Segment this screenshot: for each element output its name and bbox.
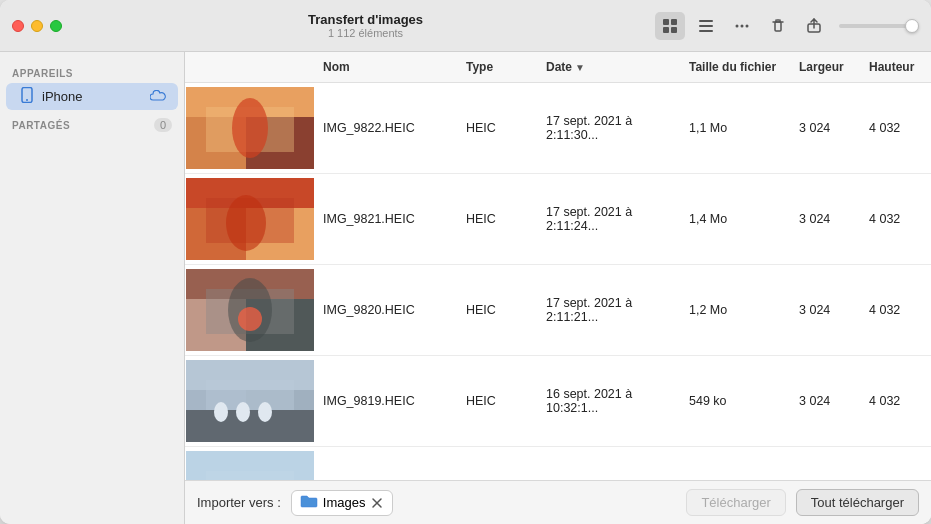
sidebar: APPAREILS iPhone PARTAGÉS 0: [0, 52, 185, 524]
zoom-slider[interactable]: [839, 24, 919, 28]
th-thumbnail: [185, 58, 315, 76]
cell-type: HEIC: [458, 390, 538, 412]
list-icon: [698, 18, 714, 34]
cell-size: 549 ko: [681, 390, 791, 412]
folder-picker[interactable]: Images: [291, 490, 394, 516]
th-width[interactable]: Largeur: [791, 58, 861, 76]
svg-point-30: [226, 195, 266, 251]
thumbnail-cell: [185, 174, 315, 264]
cell-name: IMG_9822.HEIC: [315, 117, 458, 139]
share-button[interactable]: [799, 12, 829, 40]
cell-size: 1,2 Mo: [681, 299, 791, 321]
content-area: Nom Type Date ▼ Taille du fichier Largeu…: [185, 52, 931, 524]
svg-point-18: [26, 99, 28, 101]
title-area: Transfert d'images 1 112 éléments: [76, 12, 655, 39]
svg-point-46: [236, 402, 250, 422]
toolbar-actions: [655, 12, 919, 40]
window-controls: [12, 20, 62, 32]
thumbnail-image: [186, 269, 314, 351]
cell-name: IMG_9819.HEIC: [315, 390, 458, 412]
delete-button[interactable]: [763, 12, 793, 40]
thumbnail-image: [186, 451, 314, 480]
svg-point-45: [214, 402, 228, 422]
ellipsis-icon: [734, 18, 750, 34]
table-row[interactable]: IMG_9819.HEICHEIC16 sept. 2021 à 10:32:1…: [185, 356, 931, 447]
devices-section-label: APPAREILS: [0, 64, 184, 83]
table-header: Nom Type Date ▼ Taille du fichier Largeu…: [185, 52, 931, 83]
th-type[interactable]: Type: [458, 58, 538, 76]
svg-point-8: [741, 24, 744, 27]
main-content: APPAREILS iPhone PARTAGÉS 0: [0, 52, 931, 524]
th-date[interactable]: Date ▼: [538, 58, 681, 76]
svg-point-47: [258, 402, 272, 422]
cloud-icon: [150, 90, 166, 104]
grid-icon: [662, 18, 678, 34]
window-subtitle: 1 112 éléments: [328, 27, 403, 39]
th-name[interactable]: Nom: [315, 58, 458, 76]
app-window: Transfert d'images 1 112 éléments: [0, 0, 931, 524]
svg-rect-43: [186, 360, 314, 410]
share-icon: [806, 18, 822, 34]
table-row[interactable]: IMG_9821.HEICHEIC17 sept. 2021 à 2:11:24…: [185, 174, 931, 265]
slider-track: [839, 24, 919, 28]
cell-width: 3 024: [791, 208, 861, 230]
cell-size: 1,4 Mo: [681, 208, 791, 230]
download-all-button[interactable]: Tout télécharger: [796, 489, 919, 516]
svg-rect-1: [671, 19, 677, 25]
cell-date: 17 sept. 2021 à 2:11:30...: [538, 110, 681, 146]
cell-width: 3 024: [791, 299, 861, 321]
close-button[interactable]: [12, 20, 24, 32]
cell-width: 3 024: [791, 117, 861, 139]
svg-rect-6: [699, 30, 713, 32]
svg-rect-4: [699, 20, 713, 22]
maximize-button[interactable]: [50, 20, 62, 32]
cell-size: 1,1 Mo: [681, 117, 791, 139]
svg-rect-53: [186, 451, 314, 480]
cell-height: 4 032: [861, 117, 931, 139]
thumbnail-cell: [185, 265, 315, 355]
iphone-label: iPhone: [42, 89, 144, 104]
table-row[interactable]: IMG_9822.HEICHEIC17 sept. 2021 à 2:11:30…: [185, 83, 931, 174]
thumbnail-cell: [185, 447, 315, 480]
cell-width: 3 024: [791, 390, 861, 412]
cell-name: IMG_9821.HEIC: [315, 208, 458, 230]
folder-name: Images: [323, 495, 366, 510]
svg-rect-5: [699, 25, 713, 27]
titlebar: Transfert d'images 1 112 éléments: [0, 0, 931, 52]
cell-type: HEIC: [458, 208, 538, 230]
download-button[interactable]: Télécharger: [686, 489, 785, 516]
cell-type: HEIC: [458, 299, 538, 321]
thumbnail-cell: [185, 356, 315, 446]
thumbnail-image: [186, 360, 314, 442]
svg-rect-0: [663, 19, 669, 25]
svg-rect-3: [671, 27, 677, 33]
thumbnail-image: [186, 87, 314, 169]
import-label: Importer vers :: [197, 495, 281, 510]
cell-date: 17 sept. 2021 à 2:11:21...: [538, 292, 681, 328]
svg-rect-2: [663, 27, 669, 33]
th-size[interactable]: Taille du fichier: [681, 58, 791, 76]
sort-icon: ▼: [575, 62, 585, 73]
cell-date: 17 sept. 2021 à 2:11:24...: [538, 201, 681, 237]
minimize-button[interactable]: [31, 20, 43, 32]
window-title: Transfert d'images: [308, 12, 423, 27]
more-button[interactable]: [727, 12, 757, 40]
cell-height: 4 032: [861, 299, 931, 321]
sidebar-item-iphone[interactable]: iPhone: [6, 83, 178, 110]
folder-chevron-icon: [370, 495, 384, 511]
cell-type: HEIC: [458, 117, 538, 139]
footer: Importer vers : Images: [185, 480, 931, 524]
shared-badge: 0: [154, 118, 172, 132]
th-height[interactable]: Hauteur: [861, 58, 931, 76]
svg-point-24: [232, 98, 268, 158]
table-row[interactable]: IMG_9820.HEICHEIC17 sept. 2021 à 2:11:21…: [185, 265, 931, 356]
list-view-button[interactable]: [691, 12, 721, 40]
trash-icon: [770, 18, 786, 34]
table-row[interactable]: IMG_9816.HEICHEIC16 sept. 2021 à 10:32:0…: [185, 447, 931, 480]
shared-section-label: PARTAGÉS: [12, 120, 70, 131]
svg-point-9: [746, 24, 749, 27]
grid-view-button[interactable]: [655, 12, 685, 40]
folder-icon: [300, 494, 318, 512]
cell-date: 16 sept. 2021 à 10:32:1...: [538, 383, 681, 419]
svg-point-37: [238, 307, 262, 331]
